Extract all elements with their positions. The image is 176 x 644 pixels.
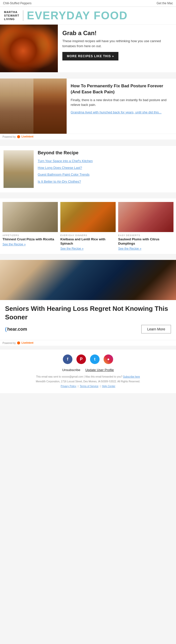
twitter-icon[interactable]: t (90, 354, 100, 364)
beyond-image (4, 150, 34, 188)
brand-name: MARTHASTEWARTLIVING (4, 10, 23, 21)
hero-body: These inspired recipes will have you ret… (62, 39, 171, 48)
posture-content: How To Permanently Fix Bad Posture Forev… (67, 79, 176, 134)
facebook-icon[interactable]: f (63, 354, 72, 364)
learn-more-button[interactable]: Learn More (141, 325, 171, 333)
recipes-grid: APPETIZERS Thinnest Crust Pizza with Ric… (0, 198, 176, 254)
recipe-image-dessert (118, 202, 173, 232)
recipe-category-2: EVERYDAY DINNERS (60, 234, 116, 237)
hearing-cta: ( hear.com Learn More (5, 325, 171, 336)
footer-info: This email was sent to xxxxxx@gmail.com … (5, 375, 171, 388)
recipe-card-appetizer: APPETIZERS Thinnest Crust Pizza with Ric… (3, 202, 58, 250)
beyond-heading: Beyond the Recipe (38, 150, 93, 156)
hear-brand: hear.com (7, 327, 27, 332)
powered-by-text-2: Powered by (3, 342, 16, 344)
recipe-title-2: Kielbasa and Lentil Rice with Spinach (60, 237, 116, 246)
update-profile-link[interactable]: Update User Profile (85, 368, 114, 372)
subscribe-here-link[interactable]: Subscribe here (123, 375, 140, 378)
recipe-link-3[interactable]: See the Recipe » (118, 247, 173, 250)
beyond-link-1[interactable]: Turn Your Space into a Chef's Kitchen (38, 159, 93, 163)
hear-logo: ( hear.com (5, 326, 27, 332)
beyond-section: Beyond the Recipe Turn Your Space into a… (0, 146, 176, 192)
food-image (0, 25, 58, 72)
recipe-link-2[interactable]: See the Recipe » (60, 247, 116, 250)
footer-line2: Meredith Corporation, 1716 Locust Street… (10, 380, 166, 383)
unsubscribe-link[interactable]: Unsubscribe (62, 368, 80, 372)
top-bar-left: Chili-Stuffed Peppers (3, 2, 31, 5)
recipe-link-1[interactable]: See the Recipe » (3, 243, 58, 246)
posture-image-after (33, 79, 67, 134)
recipe-category-3: EASY DESSERTS (118, 234, 173, 237)
hero-content: Grab a Can! These inspired recipes will … (58, 25, 176, 72)
recipe-image-dinner (60, 202, 116, 232)
powered-by-text: Powered by (3, 135, 16, 138)
recipe-title-1: Thinnest Crust Pizza with Ricotta (3, 237, 58, 242)
liveintent-logo-2: LiveIntent (17, 341, 33, 345)
beyond-link-3[interactable]: Guest Bathroom Paint Color Trends (38, 173, 90, 176)
more-recipes-button[interactable]: MORE RECIPES LIKE THIS » (62, 52, 118, 60)
beyond-links-list: Turn Your Space into a Chef's Kitchen Ho… (38, 159, 93, 184)
footer-links: Unsubscribe Update User Profile (5, 368, 171, 372)
hearing-heading: Seniors With Hearing Loss Regret Not Kno… (5, 305, 171, 322)
help-link[interactable]: Help Center (102, 385, 115, 388)
posture-heading: How To Permanently Fix Bad Posture Forev… (71, 83, 172, 95)
list-item: Guest Bathroom Paint Color Trends (38, 172, 93, 177)
list-item: How Long Does Cheese Last? (38, 165, 93, 170)
posture-body: Finally, there is a new device that can … (71, 98, 172, 107)
top-bar-right-link[interactable]: Get the Mac (157, 2, 173, 5)
hero-section: Grab a Can! These inspired recipes will … (0, 25, 176, 72)
recipe-card-dessert: EASY DESSERTS Sauteed Plums with Citrus … (118, 202, 173, 250)
list-item: Is It Better to Air-Dry Clothes? (38, 179, 93, 184)
recipe-card-dinner: EVERYDAY DINNERS Kielbasa and Lentil Ric… (60, 202, 116, 250)
list-item: Turn Your Space into a Chef's Kitchen (38, 159, 93, 163)
recipe-image-appetizer (3, 202, 58, 232)
powered-by-bar-2: Powered by LiveIntent (0, 340, 176, 346)
recipe-category-1: APPETIZERS (3, 234, 58, 237)
beyond-content: Beyond the Recipe Turn Your Space into a… (38, 150, 93, 188)
hearing-visual (0, 260, 176, 300)
top-bar: Chili-Stuffed Peppers Get the Mac (0, 0, 176, 7)
posture-image-before (0, 79, 33, 134)
liveintent-logo: LiveIntent (17, 135, 33, 138)
social-section: f P t ● Unsubscribe Update User Profile … (0, 349, 176, 393)
hearing-image (0, 260, 176, 300)
publication-title: EVERYDAY FOOD (27, 9, 128, 22)
recipe-title-3: Sauteed Plums with Citrus Dumplings (118, 237, 173, 246)
posture-section: How To Permanently Fix Bad Posture Forev… (0, 78, 176, 134)
beyond-link-2[interactable]: How Long Does Cheese Last? (38, 166, 82, 170)
hero-heading: Grab a Can! (62, 30, 171, 37)
hearing-content: Seniors With Hearing Loss Regret Not Kno… (0, 300, 176, 340)
terms-link[interactable]: Terms of Service (80, 385, 98, 388)
header: MARTHASTEWARTLIVING EVERYDAY FOOD (0, 7, 176, 25)
social-icons: f P t ● (5, 354, 171, 364)
pinterest-icon[interactable]: P (76, 354, 86, 364)
beyond-link-4[interactable]: Is It Better to Air-Dry Clothes? (38, 180, 81, 183)
footer-line3: Privacy Policy | Terms of Service | Help… (10, 384, 166, 388)
hear-arc-icon: ( (5, 326, 7, 332)
hero-image (0, 25, 58, 72)
privacy-policy-link[interactable]: Privacy Policy (61, 385, 76, 388)
posture-link[interactable]: Grandma lived with hunched back for year… (71, 110, 161, 114)
powered-by-bar: Powered by LiveIntent (0, 134, 176, 139)
hearing-section: Seniors With Hearing Loss Regret Not Kno… (0, 260, 176, 346)
kitchen-image (4, 150, 34, 188)
posture-images (0, 79, 67, 134)
footer-line1: This email was sent to xxxxxx@gmail.com … (10, 375, 166, 379)
svg-point-1 (17, 341, 20, 344)
instagram-icon[interactable]: ● (104, 354, 113, 364)
svg-point-0 (17, 135, 20, 138)
